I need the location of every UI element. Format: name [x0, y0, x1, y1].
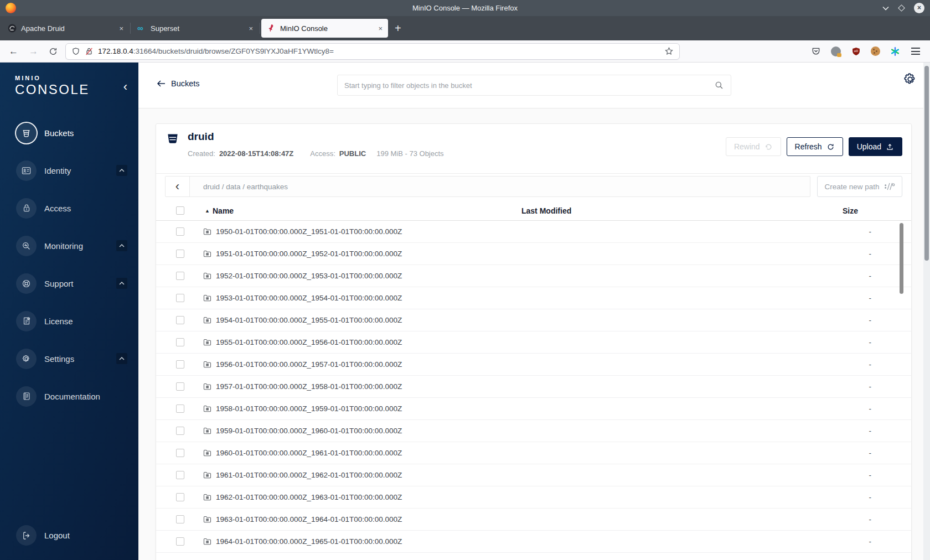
chevron-up-icon[interactable] [116, 240, 127, 251]
sidebar-collapse-icon[interactable]: ‹ [123, 81, 127, 92]
sidebar-item-documentation[interactable]: Documentation [0, 377, 138, 415]
row-checkbox[interactable] [176, 382, 184, 391]
table-row[interactable]: 1962-01-01T00:00:00.000Z_1963-01-01T00:0… [156, 486, 911, 509]
tab-apache-druid[interactable]: Apache Druid × [2, 19, 129, 38]
row-checkbox[interactable] [176, 338, 184, 346]
window-close-icon[interactable]: × [914, 3, 924, 13]
object-name[interactable]: 1957-01-01T00:00:00.000Z_1958-01-01T00:0… [216, 382, 402, 391]
row-checkbox[interactable] [176, 537, 184, 546]
row-checkbox[interactable] [176, 471, 184, 479]
object-name[interactable]: 1964-01-01T00:00:00.000Z_1965-01-01T00:0… [216, 537, 402, 546]
tab-close-icon[interactable]: × [119, 24, 123, 33]
column-header-size[interactable]: Size [843, 206, 858, 215]
table-row[interactable]: 1952-01-01T00:00:00.000Z_1953-01-01T00:0… [156, 265, 911, 287]
object-name[interactable]: 1963-01-01T00:00:00.000Z_1964-01-01T00:0… [216, 515, 402, 523]
object-name[interactable]: 1961-01-01T00:00:00.000Z_1962-01-01T00:0… [216, 471, 402, 479]
search-icon[interactable] [714, 80, 724, 90]
row-checkbox[interactable] [176, 427, 184, 435]
rewind-button[interactable]: Rewind [726, 137, 781, 156]
table-row[interactable]: 1954-01-01T00:00:00.000Z_1955-01-01T00:0… [156, 309, 911, 331]
menu-hamburger-icon[interactable] [910, 46, 921, 57]
sidebar-item-buckets[interactable]: Buckets [0, 114, 138, 152]
reload-button[interactable] [49, 47, 58, 56]
breadcrumb-back-button[interactable]: ‹ [166, 177, 190, 196]
window-maximize-icon[interactable] [898, 4, 905, 12]
table-row[interactable]: 1956-01-01T00:00:00.000Z_1957-01-01T00:0… [156, 354, 911, 376]
object-name[interactable]: 1953-01-01T00:00:00.000Z_1954-01-01T00:0… [216, 294, 402, 302]
back-button[interactable]: ← [9, 46, 18, 57]
table-scrollbar-thumb[interactable] [900, 223, 903, 294]
table-row[interactable]: 1963-01-01T00:00:00.000Z_1964-01-01T00:0… [156, 509, 911, 531]
object-name[interactable]: 1952-01-01T00:00:00.000Z_1953-01-01T00:0… [216, 272, 402, 280]
chevron-up-icon[interactable] [116, 278, 127, 289]
bookmark-star-icon[interactable] [664, 46, 674, 56]
asterisk-extension-icon[interactable] [890, 46, 901, 57]
object-name[interactable]: 1955-01-01T00:00:00.000Z_1956-01-01T00:0… [216, 338, 402, 346]
shield-icon[interactable] [71, 47, 80, 56]
object-name[interactable]: 1954-01-01T00:00:00.000Z_1955-01-01T00:0… [216, 316, 402, 324]
breadcrumb[interactable]: druid / data / earthquakes [190, 183, 288, 191]
object-name[interactable]: 1959-01-01T00:00:00.000Z_1960-01-01T00:0… [216, 427, 402, 435]
object-name[interactable]: 1950-01-01T00:00:00.000Z_1951-01-01T00:0… [216, 227, 402, 236]
tab-close-icon[interactable]: × [249, 24, 253, 33]
row-checkbox[interactable] [176, 405, 184, 413]
table-row[interactable]: 1961-01-01T00:00:00.000Z_1962-01-01T00:0… [156, 464, 911, 486]
sidebar-item-logout[interactable]: Logout [16, 525, 70, 546]
table-row[interactable]: 1958-01-01T00:00:00.000Z_1959-01-01T00:0… [156, 398, 911, 420]
back-to-buckets-link[interactable]: Buckets [157, 79, 200, 88]
table-row[interactable]: 1957-01-01T00:00:00.000Z_1958-01-01T00:0… [156, 376, 911, 398]
settings-gear-icon[interactable] [902, 71, 918, 87]
privacy-extension-icon[interactable] [831, 46, 841, 56]
object-name[interactable]: 1958-01-01T00:00:00.000Z_1959-01-01T00:0… [216, 405, 402, 413]
row-checkbox[interactable] [176, 250, 184, 258]
sidebar-item-settings[interactable]: Settings [0, 340, 138, 377]
table-row[interactable]: 1964-01-01T00:00:00.000Z_1965-01-01T00:0… [156, 531, 911, 553]
sidebar-item-identity[interactable]: Identity [0, 152, 138, 189]
window-minimize-icon[interactable] [882, 6, 889, 11]
chevron-up-icon[interactable] [116, 353, 127, 364]
sidebar-item-monitoring[interactable]: Monitoring [0, 227, 138, 265]
search-input[interactable] [344, 81, 714, 90]
page-scrollbar-thumb[interactable] [924, 66, 929, 261]
object-name[interactable]: 1960-01-01T00:00:00.000Z_1961-01-01T00:0… [216, 449, 402, 457]
object-name[interactable]: 1956-01-01T00:00:00.000Z_1957-01-01T00:0… [216, 360, 402, 369]
table-row[interactable]: 1959-01-01T00:00:00.000Z_1960-01-01T00:0… [156, 420, 911, 442]
cookie-icon[interactable] [871, 46, 880, 56]
ublock-shield-icon[interactable]: uO [850, 46, 861, 57]
row-checkbox[interactable] [176, 449, 184, 457]
row-checkbox[interactable] [176, 272, 184, 280]
new-tab-button[interactable]: + [395, 22, 401, 35]
select-all-checkbox[interactable] [176, 206, 184, 215]
object-name[interactable]: 1951-01-01T00:00:00.000Z_1952-01-01T00:0… [216, 250, 402, 258]
row-checkbox[interactable] [176, 227, 184, 236]
table-row[interactable]: 1960-01-01T00:00:00.000Z_1961-01-01T00:0… [156, 442, 911, 464]
row-checkbox[interactable] [176, 294, 184, 302]
create-new-path-button[interactable]: Create new path [817, 176, 902, 197]
forward-button[interactable]: → [29, 46, 38, 57]
sidebar-item-support[interactable]: Support [0, 265, 138, 302]
sort-ascending-icon[interactable]: ▲ [205, 208, 210, 214]
refresh-button[interactable]: Refresh [787, 137, 843, 156]
table-row[interactable]: 1953-01-01T00:00:00.000Z_1954-01-01T00:0… [156, 287, 911, 309]
row-checkbox[interactable] [176, 316, 184, 324]
row-checkbox[interactable] [176, 493, 184, 501]
pocket-icon[interactable] [810, 46, 822, 57]
table-row[interactable]: 1955-01-01T00:00:00.000Z_1956-01-01T00:0… [156, 331, 911, 354]
chevron-up-icon[interactable] [116, 165, 127, 176]
tab-close-icon[interactable]: × [378, 24, 383, 33]
sidebar-item-access[interactable]: Access [0, 189, 138, 227]
page-scrollbar[interactable] [923, 63, 930, 560]
row-checkbox[interactable] [176, 515, 184, 523]
tab-superset[interactable]: ∞ Superset × [132, 19, 259, 38]
tab-minio-console[interactable]: MinIO Console × [261, 19, 388, 38]
table-row[interactable]: 1951-01-01T00:00:00.000Z_1952-01-01T00:0… [156, 243, 911, 265]
sidebar-item-license[interactable]: License [0, 302, 138, 340]
object-name[interactable]: 1962-01-01T00:00:00.000Z_1963-01-01T00:0… [216, 493, 402, 501]
url-bar[interactable]: 172.18.0.4:31664/buckets/druid/browse/ZG… [65, 43, 680, 60]
table-row[interactable]: 1950-01-01T00:00:00.000Z_1951-01-01T00:0… [156, 221, 911, 243]
column-header-last-modified[interactable]: Last Modified [521, 206, 571, 215]
row-checkbox[interactable] [176, 360, 184, 369]
lock-insecure-icon[interactable] [85, 47, 94, 56]
url-text[interactable]: 172.18.0.4:31664/buckets/druid/browse/ZG… [98, 47, 660, 55]
upload-button[interactable]: Upload [849, 137, 902, 156]
